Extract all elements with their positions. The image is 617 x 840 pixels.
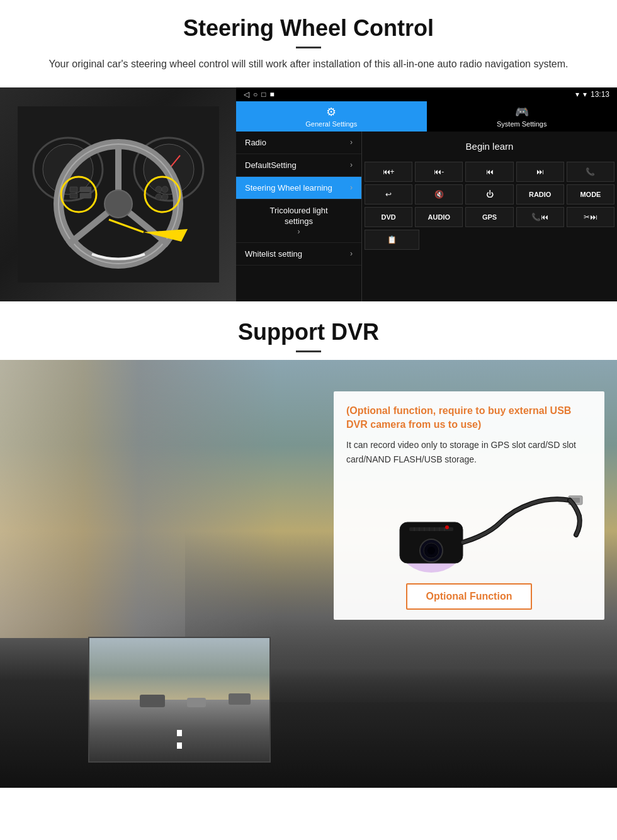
svg-rect-18 [80, 193, 91, 198]
svg-rect-15 [70, 187, 77, 192]
steering-container: ◁ ○ □ ■ ▾ ▾ 13:13 ⚙ General Settings 🎮 S… [0, 87, 617, 301]
android-content: Radio › DefaultSetting › Steering Wheel … [236, 132, 617, 301]
svg-point-37 [427, 547, 435, 554]
menu-item-tricoloured[interactable]: Tricoloured light settings › [236, 199, 361, 243]
svg-rect-17 [80, 187, 91, 192]
steering-wheel-svg [18, 106, 219, 283]
btn-next-track[interactable]: ⏭ [516, 162, 564, 182]
svg-rect-16 [70, 193, 77, 198]
dvr-header: Support DVR [0, 301, 617, 352]
begin-learn-area: Begin learn [365, 134, 614, 159]
steering-wheel-inner [0, 87, 236, 301]
dashcam-road-line [177, 730, 182, 754]
dashcam-car-3 [229, 693, 251, 705]
steering-description: Your original car's steering wheel contr… [38, 56, 579, 72]
menu-item-default-setting[interactable]: DefaultSetting › [236, 154, 361, 177]
btn-mute[interactable]: 🔇 [415, 184, 463, 204]
dashcam-preview-image [88, 637, 271, 763]
svg-point-22 [162, 194, 168, 200]
svg-point-38 [445, 525, 449, 529]
btn-audio[interactable]: AUDIO [415, 207, 463, 227]
btn-phone[interactable]: 📞 [567, 162, 614, 182]
menu-default-label: DefaultSetting [245, 160, 297, 170]
btn-vol-plus[interactable]: ⏮+ [365, 162, 412, 182]
tab-system-settings[interactable]: 🎮 System Settings [427, 101, 618, 132]
nav-back-icon: ◁ [244, 90, 249, 99]
btn-cut-next[interactable]: ✂⏭ [567, 207, 614, 227]
general-settings-label: General Settings [305, 120, 357, 128]
steering-wheel-image [0, 87, 236, 301]
optional-function-button[interactable]: Optional Function [406, 583, 533, 610]
btn-gps[interactable]: GPS [465, 207, 513, 227]
dvr-background: (Optional function, require to buy exter… [0, 360, 617, 788]
android-tabs: ⚙ General Settings 🎮 System Settings [236, 101, 617, 132]
dvr-title: Support DVR [25, 319, 592, 345]
android-buttons-panel: Begin learn ⏮+ ⏮- ⏮ ⏭ 📞 ↩ 🔇 ⏻ [362, 132, 617, 301]
svg-point-12 [105, 190, 132, 218]
dashcam-car-1 [140, 695, 165, 707]
tab-general-settings[interactable]: ⚙ General Settings [236, 101, 427, 132]
menu-steering-label: Steering Wheel learning [245, 183, 332, 193]
dvr-product-image [346, 475, 592, 576]
android-menu: Radio › DefaultSetting › Steering Wheel … [236, 132, 362, 301]
dvr-optional-title: (Optional function, require to buy exter… [346, 404, 592, 432]
btn-clipboard[interactable]: 📋 [365, 230, 419, 250]
begin-learn-button[interactable]: Begin learn [453, 137, 526, 155]
svg-point-19 [156, 186, 162, 193]
section-divider-2 [296, 350, 321, 352]
nav-home-icon: ○ [253, 90, 258, 99]
svg-point-20 [162, 186, 168, 193]
android-ui-panel: ◁ ○ □ ■ ▾ ▾ 13:13 ⚙ General Settings 🎮 S… [236, 87, 617, 301]
btn-dvd[interactable]: DVD [365, 207, 412, 227]
dvr-info-box: (Optional function, require to buy exter… [334, 391, 604, 620]
menu-item-whitelist[interactable]: Whitelist setting › [236, 243, 361, 266]
btn-prev-track[interactable]: ⏮ [465, 162, 513, 182]
menu-radio-chevron: › [350, 138, 353, 147]
control-row-2: ↩ 🔇 ⏻ RADIO MODE [365, 184, 614, 204]
dvr-section: Support DVR (Optional function, require … [0, 301, 617, 788]
steering-header: Steering Wheel Control Your original car… [0, 0, 617, 77]
menu-radio-label: Radio [245, 138, 266, 147]
dvr-description: It can record video only to storage in G… [346, 438, 592, 466]
nav-recent-icon: □ [261, 90, 266, 99]
btn-back[interactable]: ↩ [365, 184, 412, 204]
menu-default-chevron: › [350, 160, 353, 169]
menu-steering-chevron: › [350, 183, 353, 192]
menu-whitelist-chevron: › [350, 249, 353, 258]
control-row-3: DVD AUDIO GPS 📞⏮ ✂⏭ [365, 207, 614, 227]
status-wifi-icon: ▾ [583, 90, 587, 99]
status-signal-icon: ▾ [575, 90, 579, 99]
nav-menu-icon: ■ [270, 90, 275, 99]
btn-power[interactable]: ⏻ [465, 184, 513, 204]
dashcam-road [89, 700, 269, 761]
menu-tricoloured-chevron: › [298, 227, 300, 236]
section-divider-1 [296, 47, 321, 48]
menu-tricoloured-label2: settings [285, 216, 313, 226]
system-settings-icon: 🎮 [515, 105, 529, 119]
system-settings-label: System Settings [497, 120, 546, 128]
dvr-camera-svg [349, 478, 589, 573]
android-status-bar: ◁ ○ □ ■ ▾ ▾ 13:13 [236, 87, 617, 101]
control-row-1: ⏮+ ⏮- ⏮ ⏭ 📞 [365, 162, 614, 182]
btn-radio[interactable]: RADIO [516, 184, 564, 204]
btn-phone-prev[interactable]: 📞⏮ [516, 207, 564, 227]
svg-point-21 [156, 194, 162, 200]
menu-item-steering-wheel[interactable]: Steering Wheel learning › [236, 177, 361, 199]
btn-vol-minus[interactable]: ⏮- [415, 162, 463, 182]
btn-mode[interactable]: MODE [567, 184, 614, 204]
menu-tricoloured-label: Tricoloured light [269, 206, 327, 215]
status-time: 13:13 [591, 90, 609, 99]
menu-item-radio[interactable]: Radio › [236, 132, 361, 154]
menu-whitelist-label: Whitelist setting [245, 249, 302, 259]
control-row-4: 📋 [365, 230, 614, 250]
dashcam-car-2 [187, 698, 206, 707]
steering-section: Steering Wheel Control Your original car… [0, 0, 617, 301]
general-settings-icon: ⚙ [326, 105, 336, 119]
steering-title: Steering Wheel Control [25, 15, 592, 42]
